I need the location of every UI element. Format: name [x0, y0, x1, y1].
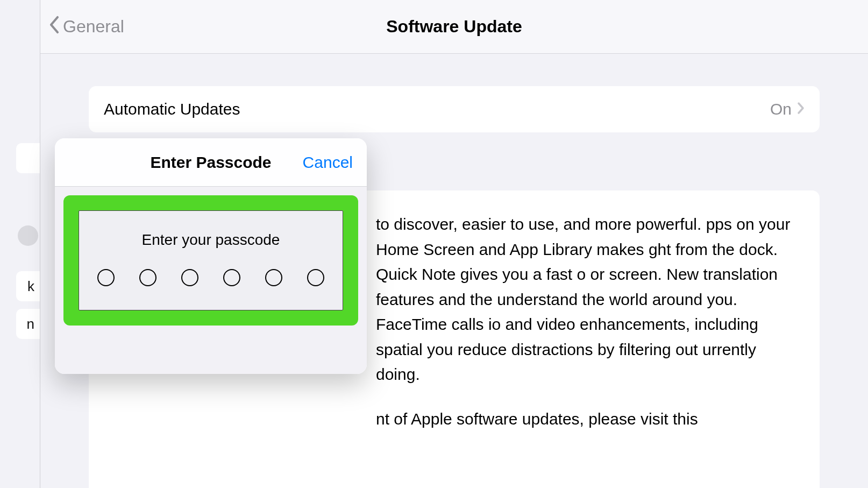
settings-software-update-screen: k n General Software Update Automatic Up…: [0, 0, 868, 488]
sidebar-avatar-icon: [18, 225, 38, 246]
settings-sidebar-sliver: k n: [0, 0, 40, 488]
popover-header: Enter Passcode Cancel: [55, 138, 367, 187]
sidebar-item-peek[interactable]: n: [16, 309, 40, 339]
passcode-dot: [265, 269, 282, 286]
highlight-frame: Enter your passcode: [63, 195, 358, 326]
passcode-dots: [97, 269, 324, 286]
popover-body: Enter your passcode: [55, 187, 367, 374]
passcode-panel[interactable]: Enter your passcode: [79, 210, 343, 310]
automatic-updates-value: On: [770, 100, 792, 118]
automatic-updates-label: Automatic Updates: [104, 100, 240, 118]
chevron-right-icon: [797, 100, 805, 118]
passcode-dot: [223, 269, 240, 286]
cancel-button[interactable]: Cancel: [303, 153, 353, 172]
passcode-dot: [181, 269, 198, 286]
page-title: Software Update: [386, 17, 522, 37]
sidebar-item-label-fragment: k: [27, 278, 34, 295]
popover-title: Enter Passcode: [150, 153, 271, 172]
enter-passcode-popover: Enter Passcode Cancel Enter your passcod…: [55, 138, 367, 374]
passcode-dot: [97, 269, 115, 286]
back-button-label: General: [63, 17, 124, 37]
passcode-prompt: Enter your passcode: [142, 231, 280, 249]
sidebar-item-label-fragment: n: [27, 316, 34, 333]
sidebar-item-peek[interactable]: [16, 143, 40, 173]
automatic-updates-value-group: On: [770, 100, 805, 118]
release-notes-paragraph: nt of Apple software updates, please vis…: [112, 407, 796, 432]
passcode-dot: [307, 269, 324, 286]
automatic-updates-row[interactable]: Automatic Updates On: [89, 86, 820, 132]
chevron-left-icon: [49, 16, 60, 38]
back-button[interactable]: General: [49, 16, 124, 38]
navigation-bar: General Software Update: [40, 0, 868, 54]
sidebar-item-peek[interactable]: [16, 221, 40, 251]
sidebar-item-peek[interactable]: k: [16, 271, 40, 301]
passcode-dot: [139, 269, 156, 286]
